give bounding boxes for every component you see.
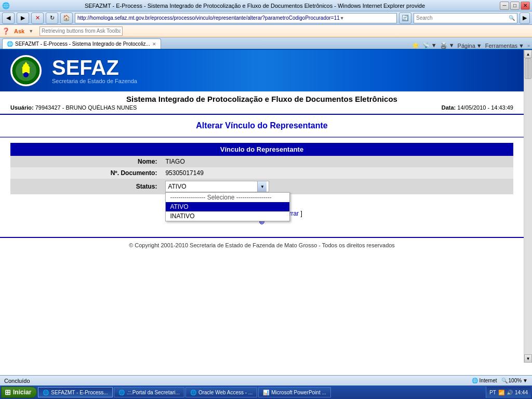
status-row: Status: ATIVO ▼ ----------------- Seleci…	[10, 179, 513, 194]
taskbar-right: PT 📶 🔊 14:44	[486, 387, 531, 398]
status-bar: Concluído 🌐 Internet 🔍 100% ▼	[0, 375, 532, 385]
window-controls[interactable]: ─ □ ✕	[500, 2, 530, 10]
taskbar-btn-powerpoint[interactable]: 📊 Microsoft PowerPoint ...	[258, 387, 331, 397]
address-bar[interactable]: http://homologa.sefaz.mt.gov.br/eprocess…	[75, 13, 397, 23]
tab-icon: 🌐	[7, 41, 13, 47]
user-value: 79943427 - BRUNO QUÉLHAS NUNES	[35, 104, 137, 111]
user-info-bar: Usuário: 79943427 - BRUNO QUÉLHAS NUNES …	[10, 104, 513, 111]
dropdown-placeholder[interactable]: ----------------- Selecione ------------…	[166, 193, 289, 202]
doc-row: Nº. Documento: 95305017149	[10, 167, 513, 179]
system-title: Sistema Integrado de Protocolização e Fl…	[10, 95, 513, 103]
zoom-icon: 🔍	[501, 378, 508, 383]
date-label: Data:	[442, 104, 456, 111]
scroll-thumb[interactable]	[525, 58, 531, 79]
dropdown-option-ativo[interactable]: ATIVO	[166, 202, 289, 211]
ask-label: Ask	[14, 28, 24, 34]
ask-dropdown-arrow[interactable]: ▼	[29, 29, 33, 34]
page-title: Alterar Vínculo do Representante	[6, 121, 517, 130]
favorites-icon[interactable]: ⭐	[412, 42, 419, 49]
svg-point-5	[23, 72, 29, 77]
taskbar-btn-portal[interactable]: 🌐 .::.Portal da Secretari...	[114, 387, 184, 397]
lang-indicator: PT	[489, 390, 496, 395]
stop-button[interactable]: ✕	[31, 12, 44, 24]
system-title-bar: Sistema Integrado de Protocolização e Fl…	[0, 91, 524, 115]
windows-logo: ⊞	[5, 388, 11, 396]
user-label: Usuário:	[10, 104, 34, 111]
taskbar-btn4-label: Microsoft PowerPoint ...	[271, 390, 326, 395]
search-button[interactable]: ▶	[520, 12, 530, 24]
ie-toolbar-icons: ⭐ 📡 ▼ 🖨️ ▼ Página ▼ Ferramentas ▼	[412, 42, 524, 49]
scroll-down-arrow[interactable]: ▼	[524, 354, 532, 363]
refresh-address[interactable]: 🔄	[399, 12, 411, 24]
clock: 14:44	[515, 390, 528, 395]
tab-label: SEFAZMT - E-Process - Sistema Integrado …	[15, 41, 150, 47]
taskbar-btn-sefaz[interactable]: 🌐 SEFAZMT - E-Process...	[38, 387, 112, 397]
globe-icon: 🌐	[472, 378, 478, 383]
nav-bar: ◀ ▶ ✕ ↻ 🏠 http://homologa.sefaz.mt.gov.b…	[0, 11, 532, 25]
status-right: 🌐 Internet 🔍 100% ▼	[472, 378, 528, 383]
maximize-button[interactable]: □	[510, 2, 520, 10]
back-button[interactable]: ◀	[2, 12, 15, 24]
ask-search-input[interactable]	[39, 26, 123, 36]
close-button[interactable]: ✕	[521, 2, 530, 10]
ask-logo: ❓	[2, 28, 10, 35]
start-label: Iniciar	[13, 389, 31, 396]
table-header-row: Vínculo do Representante	[10, 143, 513, 156]
feeds-icon[interactable]: 📡 ▼	[422, 42, 437, 49]
zoom-value: 100%	[509, 378, 522, 383]
search-input[interactable]	[416, 15, 508, 21]
status-selected-value: ATIVO	[168, 183, 186, 190]
sefaz-tab-icon: 🌐	[43, 390, 49, 395]
doc-value: 95305017149	[161, 167, 513, 179]
nome-label: Nome:	[10, 156, 161, 167]
dropdown-option-inativo[interactable]: INATIVO	[166, 211, 289, 221]
main-content: MT SEFAZ Secretaria de Estado de Fazenda…	[0, 50, 524, 363]
footer: © Copyright 2001-2010 Secretaria de Esta…	[0, 237, 524, 252]
start-button[interactable]: ⊞ Iniciar	[1, 387, 37, 398]
refresh-button[interactable]: ↻	[46, 12, 58, 24]
scroll-up-arrow[interactable]: ▲	[524, 50, 532, 58]
taskbar-btn1-label: SEFAZMT - E-Process...	[51, 390, 108, 395]
ie-logo: 🌐	[2, 2, 10, 9]
sound-icon: 🔊	[507, 390, 513, 395]
page-menu[interactable]: Página ▼	[458, 42, 482, 49]
active-tab[interactable]: 🌐 SEFAZMT - E-Process - Sistema Integrad…	[2, 38, 161, 49]
forward-button[interactable]: ▶	[17, 12, 29, 24]
taskbar: ⊞ Iniciar 🌐 SEFAZMT - E-Process... 🌐 .::…	[0, 385, 532, 399]
expand-icon[interactable]: »	[527, 43, 530, 48]
print-icon[interactable]: 🖨️ ▼	[440, 42, 455, 49]
zone-text: Internet	[480, 378, 497, 383]
tab-close-button[interactable]: ✕	[152, 42, 156, 47]
sefaz-logo: MT	[10, 55, 42, 86]
browser-titlebar: 🌐 SEFAZMT - E-Process - Sistema Integrad…	[0, 0, 532, 11]
form-container: Vínculo do Representante Nome: TIAGO Nº.…	[0, 138, 524, 200]
page-menu-label: Página	[458, 43, 475, 49]
select-arrow-icon[interactable]: ▼	[257, 181, 267, 192]
scroll-track[interactable]	[524, 58, 532, 354]
ask-toolbar: ❓ Ask ▼	[0, 25, 532, 37]
home-button[interactable]: 🏠	[60, 12, 73, 24]
zoom-control[interactable]: 🔍 100% ▼	[501, 378, 528, 383]
status-text: Concluído	[4, 378, 30, 384]
minimize-button[interactable]: ─	[500, 2, 509, 10]
date-info: Data: 14/05/2010 - 14:43:49	[442, 104, 513, 111]
zoom-dropdown-arrow[interactable]: ▼	[523, 378, 528, 383]
copyright-text: © Copyright 2001-2010 Secretaria de Esta…	[129, 242, 395, 248]
doc-label: Nº. Documento:	[10, 167, 161, 179]
tools-menu[interactable]: Ferramentas ▼	[485, 42, 524, 49]
scrollbar[interactable]: ▲ ▼	[524, 50, 532, 363]
address-text: http://homologa.sefaz.mt.gov.br/eprocess…	[77, 15, 340, 21]
window-title: SEFAZMT - E-Process - Sistema Integrado …	[10, 3, 500, 9]
nome-value: TIAGO	[161, 156, 513, 167]
taskbar-btn3-label: Oracle Web Access - ...	[198, 390, 252, 395]
portal-tab-icon: 🌐	[118, 390, 125, 395]
taskbar-btn-oracle[interactable]: 🌐 Oracle Web Access - ...	[185, 387, 257, 397]
nome-row: Nome: TIAGO	[10, 156, 513, 167]
ppt-icon: 📊	[263, 390, 269, 395]
internet-zone: 🌐 Internet	[472, 378, 497, 383]
form-table: Vínculo do Representante Nome: TIAGO Nº.…	[10, 143, 513, 194]
address-go: ▼	[340, 16, 344, 21]
search-icon[interactable]: 🔍	[509, 15, 515, 21]
status-select[interactable]: ATIVO ▼	[165, 181, 269, 192]
user-info: Usuário: 79943427 - BRUNO QUÉLHAS NUNES	[10, 104, 137, 111]
